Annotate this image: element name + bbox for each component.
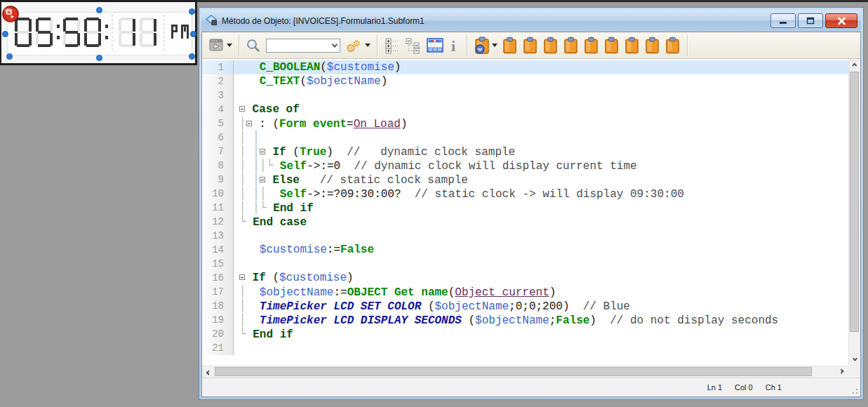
scroll-up-button[interactable] — [849, 59, 860, 71]
column-indicator: Col 0 — [735, 383, 753, 392]
clipboard-buttons — [500, 34, 683, 58]
resize-grip[interactable] — [852, 388, 858, 394]
selection-handle-bottom-center[interactable] — [96, 55, 102, 61]
execute-method-button[interactable] — [206, 34, 234, 58]
svg-text:⚙: ⚙ — [353, 39, 361, 48]
scrollbar-corner — [848, 366, 860, 378]
line-indicator: Ln 1 — [707, 383, 722, 392]
code-line: 13 — [202, 229, 848, 243]
clipboard-icon — [583, 36, 599, 55]
clipboard-button-5[interactable] — [581, 34, 601, 58]
clipboard-history-button[interactable] — [472, 34, 500, 58]
lcd-clock-widget[interactable] — [4, 9, 195, 60]
line-number: 8 — [202, 159, 234, 173]
toolbar-separator — [377, 35, 378, 56]
fold-toggle[interactable] — [260, 177, 265, 182]
clipboard-button-6[interactable] — [601, 34, 622, 58]
code-line: 1 C_BOOLEAN($customise) — [202, 60, 848, 74]
code-line: 19│ TimePicker LCD DISPLAY SECONDS ($obj… — [202, 313, 848, 327]
code-line: 7│ │ If (True) // dynamic clock sample — [202, 145, 848, 159]
close-button[interactable] — [825, 13, 857, 28]
expand-all-icon — [384, 37, 401, 54]
macros-button[interactable]: ⚙ ⚙ — [343, 34, 373, 58]
clipboard-button-8[interactable] — [642, 34, 662, 58]
selection-handle-top-right[interactable] — [189, 8, 195, 15]
chevron-down-icon — [492, 44, 498, 47]
close-icon — [837, 17, 846, 25]
clipboard-button-4[interactable] — [561, 34, 581, 58]
scroll-right-button[interactable] — [836, 366, 848, 378]
clipboard-icon — [665, 36, 681, 55]
screenshot-root: Método de Objeto: [INVOICES].Formulario1… — [0, 0, 868, 407]
clipboard-button-7[interactable] — [622, 34, 642, 58]
maximize-button[interactable] — [798, 13, 823, 28]
char-indicator: Ch 1 — [766, 383, 782, 392]
code-area[interactable]: 1 C_BOOLEAN($customise)2 C_TEXT($objectN… — [202, 59, 848, 366]
line-number: 4 — [202, 102, 234, 116]
fold-toggle[interactable] — [239, 274, 245, 280]
selection-handle-middle-right[interactable] — [190, 31, 196, 37]
collapse-all-button[interactable] — [403, 34, 424, 58]
clipboard-button-1[interactable] — [500, 34, 520, 58]
code-line: 15 — [202, 257, 848, 271]
vertical-scrollbar-thumb[interactable] — [850, 72, 859, 332]
toolbar-separator — [467, 35, 467, 56]
selection-handle-bottom-right[interactable] — [189, 53, 195, 60]
line-number: 2 — [202, 74, 234, 88]
method-editor-window: Método de Objeto: [INVOICES].Formulario1… — [199, 7, 864, 400]
method-info-button[interactable]: i — [447, 34, 462, 58]
scroll-left-button[interactable] — [202, 366, 214, 378]
fold-toggle[interactable] — [239, 106, 245, 112]
horizontal-scrollbar-thumb[interactable] — [215, 367, 812, 376]
clipboard-icon — [522, 36, 538, 55]
object-method-badge[interactable] — [1, 5, 21, 25]
search-input[interactable] — [267, 40, 329, 51]
object-method-badge-icon — [1, 5, 21, 25]
clipboard-button-9[interactable] — [662, 34, 683, 58]
code-line: 14 $customise:=False — [202, 243, 848, 257]
line-number: 11 — [202, 201, 234, 215]
line-number: 14 — [202, 243, 234, 257]
horizontal-scrollbar[interactable] — [202, 366, 848, 378]
chevron-down-icon[interactable] — [329, 39, 340, 52]
maximize-icon — [806, 17, 815, 25]
clipboard-clock-icon — [474, 36, 490, 55]
minimize-icon — [779, 18, 787, 25]
clipboard-icon — [644, 36, 660, 55]
expand-all-button[interactable] — [382, 34, 403, 58]
find-button[interactable] — [243, 34, 263, 58]
window-title: Método de Objeto: [INVOICES].Formulario1… — [222, 16, 768, 26]
form-preview-button[interactable] — [424, 34, 447, 58]
clipboard-button-2[interactable] — [520, 34, 540, 58]
code-line: 20└ End if — [202, 327, 848, 341]
minimize-button[interactable] — [770, 13, 796, 28]
line-number: 5 — [202, 116, 234, 131]
chevron-down-icon — [227, 44, 232, 47]
clipboard-icon — [563, 36, 579, 55]
fold-toggle[interactable] — [260, 149, 265, 154]
selection-handle-middle-left[interactable] — [2, 31, 8, 37]
line-number: 16 — [202, 271, 234, 285]
selection-handle-bottom-left[interactable] — [6, 53, 13, 60]
code-line: 10│ ││ Self->:=?09:30:00? // static cloc… — [202, 187, 848, 201]
code-line: 16 If ($customise) — [202, 271, 848, 285]
selection-handle-top-center[interactable] — [96, 7, 102, 13]
line-number: 21 — [202, 341, 234, 355]
line-number: 13 — [202, 229, 234, 243]
window-titlebar[interactable]: Método de Objeto: [INVOICES].Formulario1… — [201, 10, 861, 32]
method-icon — [205, 15, 219, 27]
line-number: 17 — [202, 285, 234, 299]
code-line: 12└ End case — [202, 215, 848, 229]
clipboard-button-3[interactable] — [540, 34, 561, 58]
vertical-scrollbar[interactable] — [848, 59, 860, 366]
toolbar-separator — [239, 35, 239, 56]
lcd-clock-display — [8, 13, 192, 53]
find-icon — [246, 38, 261, 53]
code-editor[interactable]: 1 C_BOOLEAN($customise)2 C_TEXT($objectN… — [202, 59, 860, 378]
fold-toggle[interactable] — [246, 121, 252, 126]
code-line: 3 — [202, 88, 848, 102]
window-client-area: ⚙ ⚙ — [201, 32, 861, 397]
search-combobox[interactable] — [266, 39, 340, 53]
line-number: 9 — [202, 173, 234, 187]
scroll-down-button[interactable] — [849, 354, 860, 366]
